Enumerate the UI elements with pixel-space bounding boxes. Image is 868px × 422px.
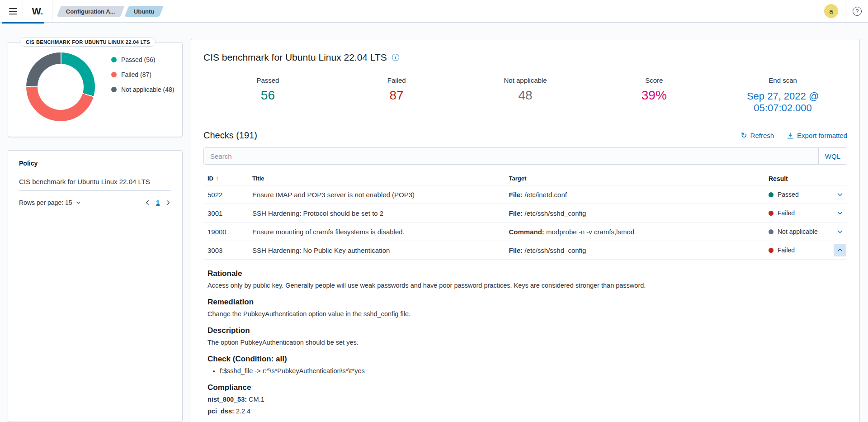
card-title-badge: CIS BENCHMARK FOR UBUNTU LINUX 22.04 LTS: [20, 38, 156, 47]
page-title: CIS benchmark for Ubuntu Linux 22.04 LTS: [203, 52, 387, 63]
export-icon: [787, 132, 794, 139]
result-dot: [769, 229, 774, 234]
sidebar: CIS BENCHMARK FOR UBUNTU LINUX 22.04 LTS…: [8, 30, 183, 422]
export-formatted-button[interactable]: Export formatted: [787, 132, 847, 139]
check-target: File: /etc/ssh/sshd_config: [502, 247, 759, 254]
compliance-entry: pci_dss: 2.2.4: [208, 408, 844, 415]
legend-label: Not applicable (48): [121, 86, 175, 93]
table-row[interactable]: 3001 SSH Hardening: Protocol should be s…: [203, 204, 847, 223]
header-target[interactable]: Target: [502, 175, 759, 182]
check-title: SSH Hardening: Protocol should be set to…: [249, 209, 502, 217]
chevron-right-icon: [165, 199, 171, 206]
pagination: 1: [144, 199, 171, 206]
navbar-divider: [817, 0, 817, 22]
table-row[interactable]: 19000 Ensure mounting of cramfs filesyst…: [203, 223, 847, 241]
policy-row[interactable]: CIS benchmark for Ubuntu Linux 22.04 LTS: [19, 173, 171, 191]
navbar-divider: [52, 0, 52, 22]
sort-ascending-icon: ↑: [216, 175, 219, 182]
top-navbar: W. Configuration A... Ubuntu a ?: [0, 0, 868, 23]
page-number-1[interactable]: 1: [156, 199, 160, 206]
result-dot: [769, 192, 774, 197]
check-id: 19000: [203, 228, 249, 236]
check-result: Passed: [759, 191, 826, 198]
logo-dot: .: [40, 6, 43, 16]
stat-score: Score 39%: [590, 76, 718, 114]
refresh-icon: ↻: [741, 132, 747, 139]
table-header-row: ID ↑ Title Target Result: [203, 172, 847, 185]
legend-dot-failed: [111, 72, 117, 77]
check-result: Failed: [759, 247, 826, 254]
chevron-up-icon: [836, 247, 844, 254]
help-icon[interactable]: ?: [853, 7, 862, 16]
next-page-button[interactable]: [165, 199, 171, 206]
expand-row-button[interactable]: [834, 188, 846, 201]
rationale-section: Rationale Access only by public key. Gen…: [208, 269, 844, 289]
header-title[interactable]: Title: [249, 175, 502, 182]
legend-label: Failed (87): [121, 71, 151, 78]
chart-legend: Passed (56) Failed (87) Not applicable (…: [111, 56, 175, 93]
navbar-divider: [845, 0, 845, 22]
chevron-down-icon: [836, 209, 844, 217]
stat-not-applicable: Not applicable 48: [461, 76, 590, 114]
check-result: Failed: [759, 209, 826, 217]
previous-page-button[interactable]: [144, 199, 151, 206]
breadcrumb-configuration-assessment[interactable]: Configuration A...: [57, 6, 124, 17]
stat-failed: Failed 87: [332, 76, 461, 114]
check-rule: f:$sshd_file -> r:^\s*PubkeyAuthenticati…: [220, 367, 844, 375]
result-dot: [769, 211, 774, 216]
donut-chart: [26, 52, 95, 121]
checks-count-title: Checks (191): [203, 130, 257, 141]
breadcrumb-ubuntu[interactable]: Ubuntu: [124, 6, 164, 17]
policy-column-header[interactable]: Policy: [19, 160, 171, 173]
rows-per-page-button[interactable]: Rows per page: 15: [19, 199, 81, 206]
chevron-down-icon: [836, 191, 844, 198]
info-icon[interactable]: i: [392, 54, 399, 61]
check-title: Ensure IMAP and POP3 server is not enabl…: [249, 191, 502, 199]
search-bar: WQL: [203, 147, 847, 165]
check-target: File: /etc/ssh/sshd_config: [502, 209, 759, 217]
stats-row: Passed 56 Failed 87 Not applicable 48 Sc…: [203, 76, 847, 114]
legend-label: Passed (56): [121, 56, 155, 63]
check-target: File: /etc/inetd.conf: [502, 191, 759, 199]
table-row[interactable]: 5022 Ensure IMAP and POP3 server is not …: [203, 185, 847, 204]
check-id: 3003: [203, 247, 249, 254]
legend-item-passed: Passed (56): [111, 56, 175, 63]
compliance-entry: nist_800_53: CM.1: [208, 396, 844, 403]
user-avatar[interactable]: a: [824, 4, 838, 18]
compliance-section: Compliance nist_800_53: CM.1 pci_dss: 2.…: [208, 383, 844, 415]
check-title: Ensure mounting of cramfs filesystems is…: [249, 228, 502, 236]
stat-end-scan: End scan Sep 27, 2022 @ 05:07:02.000: [718, 76, 847, 114]
wazuh-logo[interactable]: W.: [23, 6, 52, 17]
wql-language-button[interactable]: WQL: [819, 148, 847, 164]
expand-row-button[interactable]: [834, 225, 846, 238]
check-id: 5022: [203, 191, 249, 199]
check-target: Command: modprobe -n -v cramfs,lsmod: [502, 228, 759, 236]
check-title: SSH Hardening: No Public Key authenticat…: [249, 247, 502, 254]
expand-row-button[interactable]: [834, 207, 846, 219]
check-id: 3001: [203, 209, 249, 217]
menu-toggle-button[interactable]: [4, 2, 23, 21]
collapse-row-button[interactable]: [834, 244, 846, 256]
benchmark-summary-card: CIS BENCHMARK FOR UBUNTU LINUX 22.04 LTS…: [8, 42, 183, 137]
remediation-section: Remediation Change the PubkeyAuthenticat…: [208, 298, 844, 318]
benchmark-detail-panel: CIS benchmark for Ubuntu Linux 22.04 LTS…: [191, 39, 860, 422]
chevron-down-icon: [836, 228, 844, 235]
search-input[interactable]: [204, 148, 818, 164]
legend-dot-not-applicable: [111, 87, 117, 92]
stat-passed: Passed 56: [203, 76, 332, 114]
policy-table-card: Policy CIS benchmark for Ubuntu Linux 22…: [8, 150, 183, 422]
refresh-button[interactable]: ↻ Refresh: [741, 132, 774, 139]
check-condition-section: Check (Condition: all) f:$sshd_file -> r…: [208, 355, 844, 375]
table-row-expanded[interactable]: 3003 SSH Hardening: No Public Key authen…: [203, 241, 847, 260]
legend-item-not-applicable: Not applicable (48): [111, 86, 175, 93]
chevron-left-icon: [144, 199, 151, 206]
legend-dot-passed: [111, 57, 117, 62]
legend-item-failed: Failed (87): [111, 71, 175, 78]
check-result: Not applicable: [759, 228, 826, 235]
header-result[interactable]: Result: [759, 175, 826, 182]
result-dot: [769, 248, 774, 253]
description-section: Description The option PubkeyAuthenticat…: [208, 326, 844, 346]
header-id[interactable]: ID ↑: [203, 175, 249, 182]
breadcrumb: Configuration A... Ubuntu: [59, 6, 165, 17]
hamburger-icon: [9, 8, 17, 9]
